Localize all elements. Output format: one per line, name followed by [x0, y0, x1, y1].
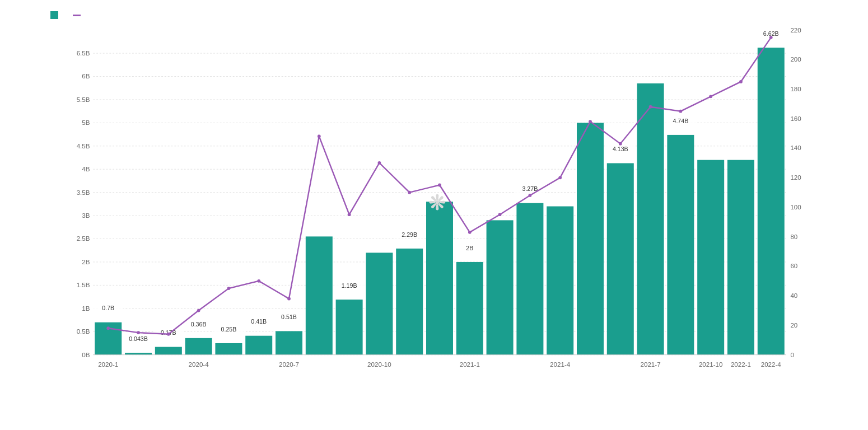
svg-text:5.5B: 5.5B [77, 96, 90, 103]
svg-text:2B: 2B [466, 245, 473, 251]
svg-text:220: 220 [790, 26, 801, 34]
svg-point-111 [408, 191, 411, 194]
svg-text:0.7B: 0.7B [102, 305, 114, 311]
svg-text:100: 100 [790, 203, 801, 211]
svg-rect-66 [396, 249, 423, 355]
svg-text:0.36B: 0.36B [191, 321, 207, 328]
svg-point-107 [287, 297, 291, 301]
count-swatch [73, 15, 81, 16]
svg-rect-73 [487, 220, 514, 354]
svg-text:6B: 6B [82, 72, 90, 80]
svg-point-121 [709, 95, 712, 98]
svg-point-118 [619, 142, 622, 146]
chart-area: ❊ 0B0.5B1B1.5B2B2.5B3B3.5B4B4.5B5B5.5B6B… [45, 25, 834, 382]
svg-text:5B: 5B [82, 119, 90, 126]
legend-amount [50, 11, 62, 19]
amount-swatch [50, 11, 58, 19]
chart-svg: 0B0.5B1B1.5B2B2.5B3B3.5B4B4.5B5B5.5B6B6.… [45, 25, 834, 382]
svg-text:160: 160 [790, 115, 801, 122]
svg-text:80: 80 [790, 233, 797, 240]
svg-point-116 [558, 176, 562, 179]
svg-text:0.5B: 0.5B [77, 328, 90, 335]
svg-point-114 [498, 213, 502, 216]
legend-count [73, 15, 84, 16]
svg-text:0.41B: 0.41B [251, 318, 267, 325]
svg-text:6.5B: 6.5B [77, 49, 90, 57]
svg-text:0: 0 [790, 351, 794, 358]
svg-text:2020-4: 2020-4 [189, 361, 209, 368]
svg-text:180: 180 [790, 85, 801, 92]
svg-text:4.5B: 4.5B [77, 142, 90, 149]
svg-text:2022-4: 2022-4 [761, 361, 782, 368]
svg-text:120: 120 [790, 174, 801, 181]
chart-container: ❊ 0B0.5B1B1.5B2B2.5B3B3.5B4B4.5B5B5.5B6B… [0, 0, 868, 430]
svg-rect-55 [245, 336, 272, 355]
svg-rect-77 [547, 207, 573, 355]
svg-point-115 [528, 194, 531, 197]
svg-rect-62 [336, 300, 363, 355]
svg-rect-58 [276, 331, 302, 354]
svg-text:2020-7: 2020-7 [279, 361, 299, 368]
svg-text:1.19B: 1.19B [342, 282, 357, 289]
svg-text:200: 200 [790, 55, 801, 63]
svg-point-101 [106, 326, 110, 330]
svg-text:2.29B: 2.29B [402, 231, 417, 238]
svg-text:3.27B: 3.27B [522, 185, 538, 192]
svg-rect-43 [125, 353, 152, 355]
svg-rect-79 [607, 163, 634, 354]
svg-text:2021-4: 2021-4 [550, 361, 571, 368]
svg-point-119 [649, 105, 652, 109]
svg-point-105 [227, 287, 231, 290]
svg-text:4.74B: 4.74B [673, 118, 688, 124]
svg-text:0B: 0B [82, 351, 90, 358]
svg-point-104 [197, 309, 200, 312]
svg-rect-46 [155, 347, 182, 355]
svg-text:1.5B: 1.5B [77, 281, 90, 288]
svg-point-103 [167, 333, 170, 336]
svg-text:2B: 2B [82, 258, 90, 265]
svg-rect-61 [306, 236, 333, 354]
svg-text:2.5B: 2.5B [77, 235, 90, 242]
svg-point-102 [137, 331, 140, 334]
svg-point-110 [378, 161, 381, 165]
svg-point-120 [679, 110, 682, 113]
svg-text:0.043B: 0.043B [129, 335, 148, 342]
svg-rect-87 [727, 160, 754, 355]
svg-text:2021-7: 2021-7 [641, 361, 661, 368]
svg-rect-78 [577, 123, 604, 354]
svg-rect-88 [758, 48, 785, 355]
svg-rect-52 [215, 343, 242, 355]
svg-point-109 [348, 213, 351, 216]
svg-rect-74 [516, 203, 543, 355]
svg-text:140: 140 [790, 144, 801, 151]
svg-text:3.5B: 3.5B [77, 189, 90, 196]
svg-point-117 [589, 120, 592, 123]
svg-text:2021-10: 2021-10 [699, 361, 723, 368]
svg-text:2022-1: 2022-1 [731, 361, 751, 368]
svg-text:2020-10: 2020-10 [367, 361, 391, 368]
svg-rect-65 [366, 253, 393, 354]
svg-text:0.25B: 0.25B [221, 326, 237, 333]
svg-text:20: 20 [790, 321, 797, 329]
svg-text:40: 40 [790, 292, 797, 299]
svg-text:0.51B: 0.51B [281, 314, 297, 320]
svg-point-106 [257, 279, 260, 283]
svg-text:2020-1: 2020-1 [98, 361, 118, 368]
svg-text:4B: 4B [82, 165, 90, 172]
svg-point-123 [769, 36, 773, 39]
svg-text:2021-1: 2021-1 [460, 361, 480, 368]
svg-point-108 [318, 135, 321, 138]
svg-text:1B: 1B [82, 305, 90, 312]
svg-rect-82 [637, 83, 664, 355]
svg-text:3B: 3B [82, 212, 90, 219]
svg-point-112 [438, 184, 441, 187]
svg-text:60: 60 [790, 262, 797, 269]
legend [45, 11, 834, 19]
svg-rect-69 [426, 202, 453, 354]
svg-rect-70 [456, 262, 483, 355]
svg-point-122 [739, 80, 743, 83]
svg-text:4.13B: 4.13B [613, 146, 628, 152]
svg-point-113 [468, 231, 472, 234]
svg-rect-86 [697, 160, 724, 355]
svg-rect-49 [185, 338, 212, 355]
